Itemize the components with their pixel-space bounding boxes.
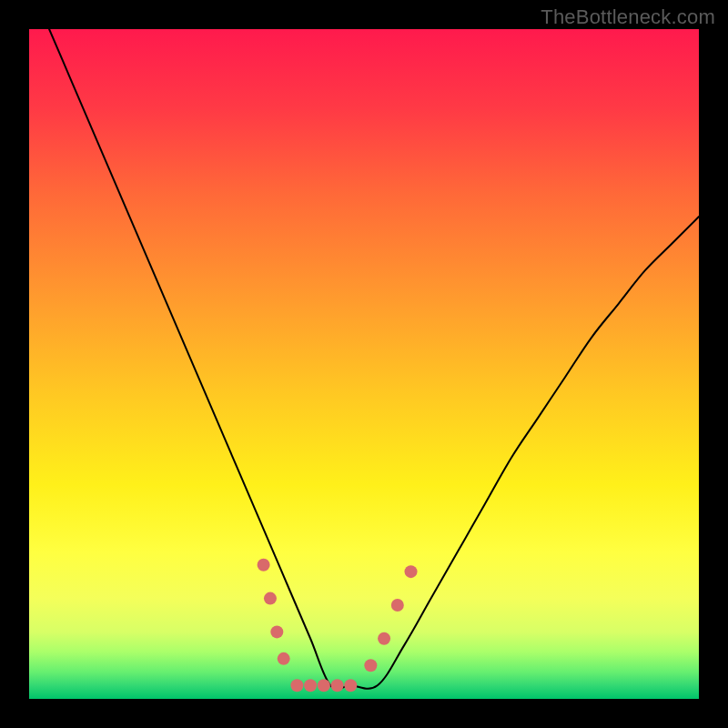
chart-svg — [29, 29, 699, 699]
gradient-bg — [29, 29, 699, 699]
data-marker — [278, 652, 290, 665]
watermark-label: TheBottleneck.com — [541, 5, 715, 29]
data-marker — [304, 679, 317, 692]
data-marker — [364, 659, 377, 672]
data-marker — [264, 592, 277, 605]
data-marker — [270, 625, 283, 638]
data-marker — [378, 632, 390, 645]
chart-frame: TheBottleneck.com — [0, 0, 728, 728]
data-marker — [405, 565, 418, 578]
data-marker — [290, 679, 303, 692]
data-marker — [391, 599, 404, 612]
data-marker — [318, 679, 330, 692]
data-marker — [344, 679, 357, 692]
plot-area — [29, 29, 699, 699]
data-marker — [258, 559, 270, 571]
data-marker — [331, 679, 344, 692]
